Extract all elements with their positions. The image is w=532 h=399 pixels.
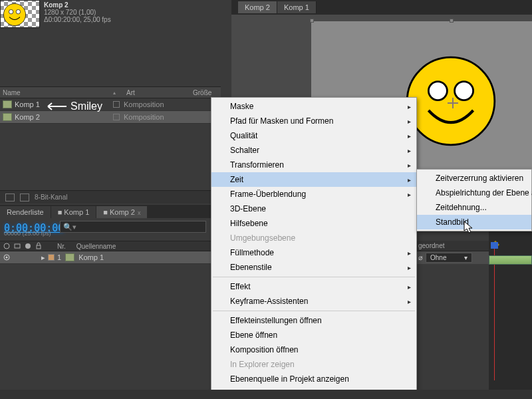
video-eye-icon[interactable] [3, 253, 11, 261]
menu-open-composition[interactable]: Komposition öffnen [211, 342, 416, 357]
project-item-type: Komposition [124, 113, 164, 121]
close-tab-icon[interactable]: x [138, 209, 141, 216]
menu-effect[interactable]: Effekt [211, 279, 416, 294]
transform-handle[interactable] [450, 19, 454, 23]
svg-point-5 [455, 82, 473, 100]
menu-layer-styles[interactable]: Ebenenstile [211, 260, 416, 275]
tab-komp2[interactable]: ■ Komp 2x [96, 206, 147, 218]
menu-keyframe-assistant[interactable]: Keyframe-Assistenten [211, 294, 416, 309]
timeline-tabs: Renderliste ■ Komp 1 ■ Komp 2x [0, 205, 221, 218]
menu-open-layer[interactable]: Ebene öffnen [211, 328, 416, 342]
lock-icon[interactable] [35, 242, 43, 250]
col-source: Quellenname [76, 243, 116, 250]
svg-point-0 [3, 3, 25, 25]
comp-icon [65, 253, 74, 261]
project-item-row[interactable]: Komp 2 Komposition [0, 111, 221, 124]
col-number: Nr. [57, 243, 66, 250]
timeline-column-headers: Nr. Quellenname [0, 241, 221, 251]
svg-point-4 [428, 82, 447, 100]
time-submenu: Zeitverzerrung aktivieren Abspielrichtun… [416, 169, 532, 231]
annotation-arrow-label: Smiley [45, 100, 102, 112]
col-name[interactable]: Name [0, 89, 113, 96]
project-item-name: Komp 2 [15, 113, 113, 121]
audio-toggle-icon[interactable] [13, 242, 21, 250]
label-color-box[interactable] [113, 101, 120, 108]
layer-name: Komp 1 [78, 253, 104, 261]
timeline-search-input[interactable]: 🔍▾ [60, 221, 206, 233]
status-bar [0, 390, 532, 399]
tab-dot-icon: ■ [103, 208, 110, 216]
submenu-time-stretch[interactable]: Zeitdehnung... [417, 200, 531, 215]
viewer-tab-komp2[interactable]: Komp 2 [238, 1, 277, 13]
tab-dot-icon: ■ [58, 208, 65, 216]
project-item-row[interactable]: Komp 1 Komposition [0, 98, 221, 111]
svg-point-8 [25, 243, 31, 249]
viewer-tabs: Komp 2 Komp 1 [231, 0, 532, 15]
video-toggle-icon[interactable] [3, 242, 11, 250]
menu-separator [213, 311, 415, 311]
sort-chevron-icon[interactable]: ▴ [113, 90, 120, 96]
svg-point-1 [9, 9, 13, 13]
comp-dims: 1280 x 720 (1,00) [44, 9, 111, 16]
viewer-tab-komp1[interactable]: Komp 1 [277, 1, 317, 13]
menu-reveal-source-project[interactable]: Ebenenquelle in Projekt anzeigen [211, 372, 416, 386]
timeline-layer-row[interactable]: ▸ 1 Komp 1 [0, 251, 221, 264]
menu-open-effect-controls[interactable]: Effekteinstellungen öffnen [211, 313, 416, 328]
menu-transform[interactable]: Transformieren [211, 158, 416, 172]
twirl-icon[interactable]: ▸ [41, 253, 45, 262]
annotation-text: Smiley [70, 100, 102, 112]
menu-mask[interactable]: Maske [211, 99, 416, 114]
pickwhip-icon[interactable]: ⌀ [418, 253, 423, 262]
playhead[interactable] [494, 247, 495, 380]
layer-number: 1 [57, 253, 61, 261]
comp-icon [3, 100, 12, 108]
layer-label-color[interactable] [48, 254, 55, 261]
new-folder-icon[interactable] [20, 194, 29, 201]
project-item-type: Komposition [124, 100, 164, 108]
col-size[interactable]: Größe [193, 89, 219, 96]
menu-mask-shape-path[interactable]: Pfad für Masken und Formen [211, 114, 416, 128]
menu-separator [213, 277, 415, 277]
submenu-freeze-frame[interactable]: Standbild [417, 215, 531, 229]
comp-name: Komp 2 [44, 1, 111, 9]
transform-handle[interactable] [310, 19, 314, 23]
menu-time[interactable]: Zeit [211, 172, 416, 187]
timecode-sub: 00000 (25.00 fps) [4, 230, 51, 237]
svg-point-6 [4, 243, 9, 249]
project-footer: 8-Bit-Kanal [0, 190, 221, 203]
arrow-left-icon [45, 102, 68, 111]
svg-point-11 [6, 257, 8, 259]
svg-rect-9 [37, 245, 41, 249]
submenu-reverse-layer[interactable]: Abspielrichtung der Ebene ändern [417, 186, 531, 200]
anchor-point-icon[interactable] [450, 100, 456, 106]
solo-icon[interactable] [24, 242, 32, 250]
comp-icon [3, 113, 12, 121]
interpret-footage-icon[interactable] [5, 194, 15, 201]
tab-renderlist[interactable]: Renderliste [0, 206, 51, 218]
timeline-layers: ▸ 1 Komp 1 [0, 251, 221, 264]
menu-quality[interactable]: Qualität [211, 128, 416, 143]
timeline-ruler[interactable] [489, 217, 532, 390]
menu-environment-layer: Umgebungsebene [211, 231, 416, 245]
menu-switches[interactable]: Schalter [211, 143, 416, 158]
tab-komp1[interactable]: ■ Komp 1 [51, 206, 96, 218]
menu-blend-mode[interactable]: Füllmethode [211, 245, 416, 260]
mouse-cursor-icon [464, 221, 474, 234]
menu-guide-layer[interactable]: Hilfsebene [211, 216, 416, 231]
bit-depth-button[interactable]: 8-Bit-Kanal [35, 194, 67, 201]
menu-3d-layer[interactable]: 3D-Ebene [211, 201, 416, 216]
smiley-thumb-icon [3, 3, 27, 27]
search-dropdown-icon[interactable]: 🔍▾ [63, 223, 76, 231]
label-color-box[interactable] [113, 114, 120, 120]
chevron-down-icon: ▾ [464, 254, 467, 261]
project-comp-info: Komp 2 1280 x 720 (1,00) Δ0:00:20:00, 25… [40, 0, 115, 33]
svg-point-2 [16, 9, 20, 13]
project-comp-thumbnail[interactable] [0, 0, 40, 28]
menu-frame-blending[interactable]: Frame-Überblendung [211, 187, 416, 201]
parent-dropdown[interactable]: Ohne ▾ [426, 253, 472, 263]
submenu-enable-time-remap[interactable]: Zeitverzerrung aktivieren [417, 171, 531, 186]
layer-context-menu: Maske Pfad für Masken und Formen Qualitä… [211, 97, 417, 399]
layer-duration-bar[interactable] [489, 255, 532, 265]
col-type[interactable]: Art [126, 89, 193, 96]
project-thumb-area: Komp 2 1280 x 720 (1,00) Δ0:00:20:00, 25… [0, 0, 221, 33]
